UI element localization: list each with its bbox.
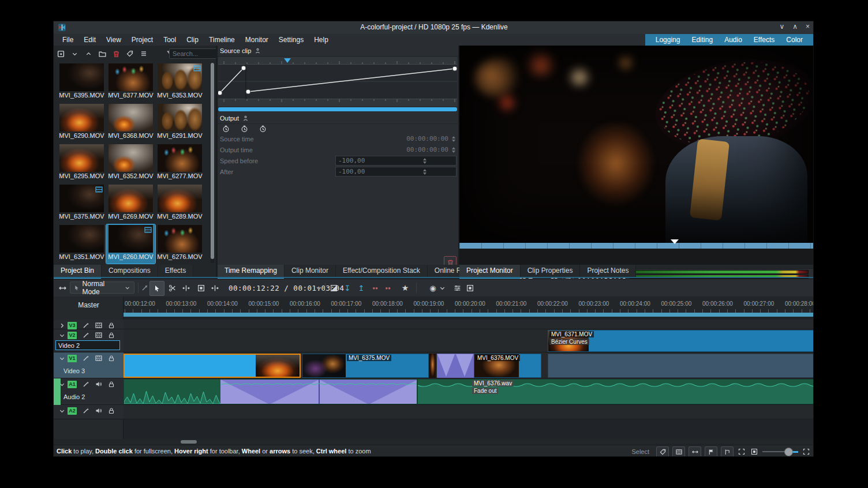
maximize-icon[interactable]: ∧ [792, 22, 798, 31]
track-head-a2[interactable]: A2 [54, 405, 124, 419]
bin-clip[interactable]: MVI_6269.MOV [106, 184, 155, 223]
fullscreen-icon[interactable] [802, 447, 811, 456]
menu-timeline[interactable]: Timeline [204, 35, 240, 45]
lock-icon[interactable] [108, 322, 115, 329]
mix-clips-icon[interactable] [328, 279, 339, 296]
monitor-playhead-icon[interactable] [671, 239, 679, 244]
clip-video-plain[interactable] [548, 354, 814, 378]
scrollbar-thumb[interactable] [181, 440, 197, 444]
create-folder-icon[interactable] [98, 49, 107, 58]
delete-clip-icon[interactable] [111, 49, 121, 58]
monitor-video-frame[interactable]: 23.98fps 00:00:38:08 [459, 46, 814, 243]
minimize-icon[interactable]: ∨ [779, 22, 784, 31]
track-rename-input[interactable] [55, 340, 120, 350]
track-id-badge[interactable]: A2 [68, 407, 77, 415]
menu-monitor[interactable]: Monitor [240, 35, 274, 45]
tab-clip-properties[interactable]: Clip Properties [521, 265, 581, 277]
chevron-right-icon[interactable] [59, 322, 65, 329]
field-input[interactable]: -100,00 [335, 156, 457, 166]
bin-clip[interactable]: MVI_6395.MOV [57, 63, 106, 102]
show-waveforms-button[interactable] [689, 446, 701, 457]
clip-mvi6375[interactable]: MVI_6375.MOV [302, 354, 429, 378]
mixer-icon[interactable] [452, 279, 462, 296]
bin-clip[interactable]: MVI_6351.MOV [57, 224, 106, 264]
workspace-tab-effects[interactable]: Effects [748, 35, 780, 45]
effects-icon[interactable] [83, 407, 89, 414]
snap-button[interactable] [721, 446, 734, 457]
parent-folder-icon[interactable] [84, 49, 93, 58]
workspace-tab-audio[interactable]: Audio [719, 35, 748, 45]
overwrite-zone-icon[interactable]: ↥ [356, 279, 366, 296]
clip-mvi6371[interactable]: MVI_6371.MOVBézier Curves [548, 330, 814, 352]
bin-clip[interactable]: MVI_6353.MOV [155, 63, 204, 102]
zoom-fit-icon[interactable] [750, 447, 759, 456]
menu-file[interactable]: File [57, 35, 78, 45]
tab-project-bin[interactable]: Project Bin [54, 265, 102, 277]
time-center-icon[interactable] [240, 124, 249, 133]
tab-project-notes[interactable]: Project Notes [580, 265, 636, 277]
track-head-v2[interactable]: V2 [54, 329, 124, 352]
timecode-dropdown-icon[interactable] [315, 279, 323, 296]
field-spinner[interactable] [451, 147, 457, 153]
show-markers-button[interactable] [705, 446, 717, 457]
thumbnails-icon[interactable] [95, 332, 102, 339]
track-lane-a2[interactable] [124, 405, 814, 419]
zoom-project-icon[interactable] [737, 447, 746, 456]
remap-zoombar[interactable] [218, 107, 457, 111]
bin-clip[interactable]: MVI_6291.MOV [155, 103, 204, 142]
record-arm-indicator[interactable] [54, 378, 61, 405]
record-icon[interactable]: ◉ [428, 279, 438, 296]
field-input[interactable]: -100,00 [335, 167, 457, 177]
show-tags-button[interactable] [656, 446, 669, 457]
close-icon[interactable]: × [806, 22, 810, 31]
view-options-icon[interactable] [139, 49, 148, 58]
favorite-effects-icon[interactable]: ★ [400, 279, 410, 296]
lock-icon[interactable] [108, 332, 115, 339]
field-spinner[interactable] [396, 169, 454, 175]
effects-icon[interactable] [83, 381, 89, 388]
timeline-zoom-slider[interactable] [762, 446, 798, 457]
bin-clip[interactable]: MVI_6260.MOV [106, 224, 155, 264]
tab-effects[interactable]: Effects [158, 265, 193, 277]
chevron-down-icon[interactable] [59, 408, 65, 414]
workspace-tab-editing[interactable]: Editing [686, 35, 719, 45]
tab-time-remapping[interactable]: Time Remapping [218, 265, 285, 277]
tags-icon[interactable] [125, 49, 134, 58]
tab-clip-monitor[interactable]: Clip Monitor [285, 265, 336, 277]
search-input[interactable] [169, 48, 220, 59]
effects-icon[interactable] [83, 332, 89, 339]
add-clip-icon[interactable] [56, 49, 65, 58]
lock-icon[interactable] [108, 407, 115, 414]
bin-clip[interactable]: MVI_6375.MOV [57, 184, 106, 223]
bin-clip[interactable]: MVI_6290.MOV [57, 103, 106, 142]
extract-zone-icon[interactable]: ●● [370, 279, 380, 296]
field-spinner[interactable] [396, 158, 454, 164]
clip-fragment[interactable] [429, 354, 436, 378]
tab-effect-composition-stack[interactable]: Effect/Composition Stack [336, 265, 428, 277]
keyframe-curve-editor[interactable] [218, 57, 457, 106]
composition-wipe[interactable] [437, 354, 474, 378]
workspace-tab-color[interactable]: Color [780, 35, 809, 45]
workspace-tab-logging[interactable]: Logging [650, 35, 686, 45]
bin-clip[interactable]: MVI_6276.MOV [155, 224, 204, 264]
spacer-tool-icon[interactable] [181, 279, 191, 296]
subtitle-icon[interactable] [465, 279, 475, 296]
selection-tool-button[interactable] [149, 281, 164, 296]
bin-clip[interactable]: MVI_6368.MOV [106, 103, 155, 142]
monitor-seekbar[interactable] [459, 243, 814, 249]
tab-compositions[interactable]: Compositions [102, 265, 158, 277]
timeline-edit-icon[interactable] [57, 279, 68, 296]
track-head-a1[interactable]: A1Audio 2 [54, 378, 124, 405]
thumbnails-icon[interactable] [95, 355, 102, 362]
edit-mode-select[interactable]: Normal Mode [70, 281, 134, 294]
bin-scrollbar[interactable] [211, 63, 214, 264]
clip-audio-1[interactable] [124, 379, 417, 404]
chevron-down-icon[interactable] [59, 332, 65, 339]
menu-settings[interactable]: Settings [274, 35, 309, 45]
mute-icon[interactable] [95, 381, 102, 388]
insert-zone-icon[interactable]: ↧ [342, 279, 353, 296]
track-head-v3[interactable]: V3 [54, 320, 124, 329]
razor-tool-icon[interactable] [140, 279, 149, 296]
menu-view[interactable]: View [101, 35, 126, 45]
track-id-badge[interactable]: V2 [68, 332, 77, 339]
